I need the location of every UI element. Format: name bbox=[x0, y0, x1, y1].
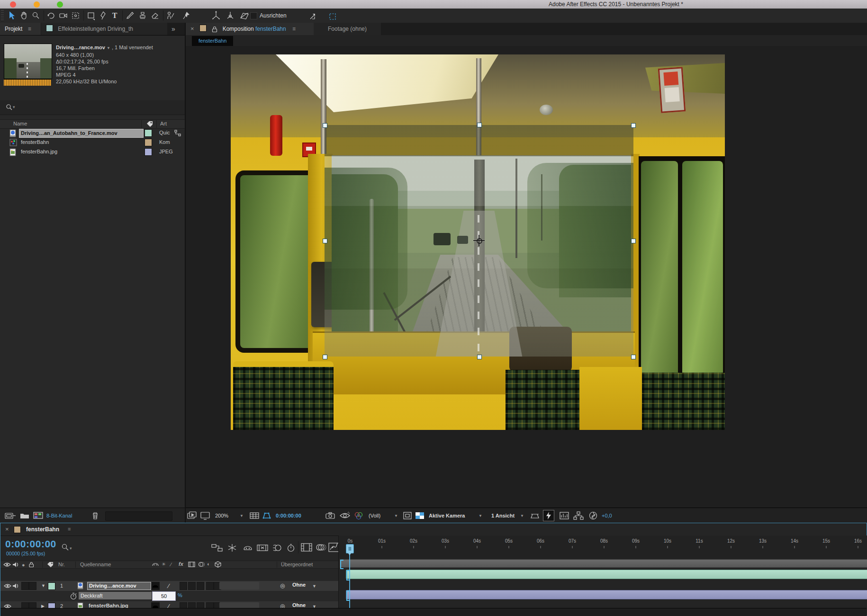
shape-tool[interactable] bbox=[85, 10, 97, 21]
current-timecode[interactable]: 0:00:00:00 bbox=[5, 538, 56, 550]
camera-caret-icon[interactable]: ▼ bbox=[479, 508, 482, 523]
search-caret-icon[interactable]: ▾ bbox=[13, 105, 15, 109]
chevron-down-icon[interactable]: ▼ bbox=[107, 46, 110, 50]
snapshot-icon[interactable] bbox=[325, 508, 335, 523]
label-column-icon[interactable] bbox=[47, 562, 54, 567]
draft-3d-icon[interactable] bbox=[227, 543, 237, 553]
camera-tool[interactable] bbox=[58, 10, 69, 21]
layer-row-1[interactable]: ▼ 1 Driving…ance.mov ∕ ◎ Ohne ▼ bbox=[0, 581, 338, 591]
project-row-mov[interactable]: Driving…an_Autobahn_to_France.mov Quic bbox=[0, 128, 185, 138]
rotation-tool[interactable] bbox=[45, 10, 57, 21]
quality-toggle[interactable]: ∕ bbox=[168, 582, 169, 589]
zoom-tool[interactable] bbox=[30, 10, 42, 21]
project-item-name[interactable]: fensterBahn.jpg bbox=[21, 149, 57, 154]
fast-previews-button[interactable] bbox=[543, 508, 554, 523]
bit-depth-button[interactable]: 8-Bit-Kanal bbox=[46, 513, 72, 518]
pickwhip-icon[interactable]: ◎ bbox=[280, 582, 285, 589]
property-row-opacity[interactable]: Deckkraft 50 % bbox=[0, 591, 338, 601]
grid-guides-icon[interactable] bbox=[249, 508, 260, 523]
timeline-tab-label[interactable]: fensterBahn bbox=[26, 526, 59, 533]
hand-tool[interactable] bbox=[18, 10, 29, 21]
snap-corners-button[interactable] bbox=[327, 11, 338, 22]
region-of-interest-icon[interactable] bbox=[403, 508, 412, 523]
auto-keyframe-icon[interactable] bbox=[286, 543, 296, 553]
viewer-timecode[interactable]: 0:00:00:00 bbox=[276, 508, 301, 523]
motion-blur-toggle[interactable] bbox=[197, 582, 204, 590]
channel-rgb-icon[interactable] bbox=[353, 508, 364, 523]
playhead-marker[interactable] bbox=[346, 544, 354, 554]
hide-shy-layers-icon[interactable] bbox=[243, 543, 253, 553]
selection-handle-e[interactable] bbox=[631, 239, 636, 243]
panel-menu-icon[interactable]: ≡ bbox=[292, 26, 296, 32]
motion-blur-icon[interactable] bbox=[271, 543, 283, 553]
view-count-caret-icon[interactable]: ▼ bbox=[520, 508, 524, 523]
project-item-name[interactable]: Driving…an_Autobahn_to_France.mov bbox=[19, 129, 144, 138]
composition-image[interactable] bbox=[231, 54, 725, 430]
label-column-icon[interactable] bbox=[146, 121, 154, 127]
tab-effekteinstellungen[interactable]: Effekteinstellungen Driving_th bbox=[41, 23, 167, 35]
close-tab-icon[interactable]: × bbox=[5, 526, 9, 533]
selection-handle-n[interactable] bbox=[477, 123, 482, 127]
time-ruler[interactable]: 0s01s02s03s04s05s06s07s08s09s10s11s12s13… bbox=[339, 536, 867, 558]
project-row-comp[interactable]: fensterBahn Kom bbox=[0, 138, 185, 147]
label-color-mint[interactable] bbox=[144, 129, 152, 137]
tab-komposition[interactable]: × Komposition fensterBahn ≡ bbox=[186, 23, 317, 35]
panel-menu-icon[interactable]: ≡ bbox=[28, 26, 31, 32]
tab-projekt[interactable]: Projekt ≡ bbox=[0, 23, 41, 35]
puppet-pin-tool[interactable] bbox=[181, 10, 192, 21]
magnification-caret-icon[interactable]: ▼ bbox=[240, 508, 244, 523]
frame-blending-icon[interactable] bbox=[257, 543, 268, 553]
anchor-point[interactable] bbox=[473, 235, 485, 246]
solo-toggle[interactable] bbox=[21, 582, 29, 590]
panel-menu-icon[interactable]: ≡ bbox=[68, 526, 71, 532]
project-search-field[interactable]: ▾ bbox=[0, 100, 185, 115]
always-preview-icon[interactable] bbox=[187, 508, 198, 523]
brush-tool[interactable] bbox=[125, 10, 136, 21]
search-icon[interactable] bbox=[61, 543, 70, 552]
project-row-jpg[interactable]: fensterBahn.jpg JPEG bbox=[0, 147, 185, 157]
local-axis-mode[interactable] bbox=[210, 10, 222, 21]
layer-bar-2[interactable] bbox=[346, 590, 867, 599]
show-snapshot-icon[interactable] bbox=[339, 508, 351, 523]
primary-viewer-icon[interactable] bbox=[200, 508, 210, 523]
flat-view-icon[interactable] bbox=[530, 508, 540, 523]
frame-blend-toggle[interactable] bbox=[188, 582, 196, 590]
magnification-value[interactable]: 200% bbox=[215, 508, 228, 523]
text-tool[interactable]: T bbox=[109, 10, 120, 21]
property-name[interactable]: Deckkraft bbox=[79, 592, 152, 599]
search-caret-icon[interactable]: ▾ bbox=[70, 546, 72, 551]
tab-footage[interactable]: Footage (ohne) bbox=[314, 23, 381, 35]
column-nr[interactable]: Nr. bbox=[58, 562, 65, 567]
selection-handle-s[interactable] bbox=[477, 355, 482, 359]
shy-toggle[interactable] bbox=[151, 582, 160, 590]
view-count[interactable]: 1 Ansicht bbox=[491, 508, 515, 523]
eye-icon[interactable] bbox=[4, 583, 11, 589]
panel-grip[interactable] bbox=[1, 10, 4, 21]
view-axis-mode[interactable] bbox=[239, 10, 250, 21]
comp-mini-flowchart-icon[interactable] bbox=[211, 543, 223, 553]
pan-behind-tool[interactable] bbox=[70, 10, 81, 21]
new-composition-icon[interactable] bbox=[33, 512, 44, 519]
flowchart-icon[interactable] bbox=[573, 508, 584, 523]
align-checkbox[interactable] bbox=[250, 12, 257, 19]
enable-frame-blending-icon[interactable] bbox=[301, 542, 313, 553]
label-color-lavender[interactable] bbox=[144, 148, 152, 156]
trash-icon[interactable] bbox=[91, 511, 99, 520]
selection-tool[interactable] bbox=[6, 10, 17, 21]
selection-handle-sw[interactable] bbox=[323, 355, 327, 359]
work-area-bar[interactable] bbox=[340, 559, 867, 568]
speaker-icon[interactable] bbox=[12, 583, 18, 589]
timeline-track-area[interactable]: 0s01s02s03s04s05s06s07s08s09s10s11s12s13… bbox=[338, 536, 867, 616]
parent-dropdown[interactable]: Ohne bbox=[292, 582, 306, 588]
selection-handle-nw[interactable] bbox=[323, 123, 327, 128]
roto-brush-tool[interactable] bbox=[165, 10, 176, 21]
selection-handle-ne[interactable] bbox=[631, 123, 636, 128]
eraser-tool[interactable] bbox=[149, 10, 161, 21]
folder-icon[interactable] bbox=[20, 512, 29, 519]
parent-dropdown[interactable]: Ohne bbox=[292, 602, 306, 608]
close-tab-icon[interactable]: × bbox=[190, 25, 194, 32]
view-layout-3d[interactable]: Aktive Kamera bbox=[429, 508, 465, 523]
resolution-value[interactable]: (Voll) bbox=[369, 508, 380, 523]
column-type[interactable]: Art bbox=[160, 121, 167, 126]
expand-toggle[interactable]: ▼ bbox=[41, 583, 45, 588]
